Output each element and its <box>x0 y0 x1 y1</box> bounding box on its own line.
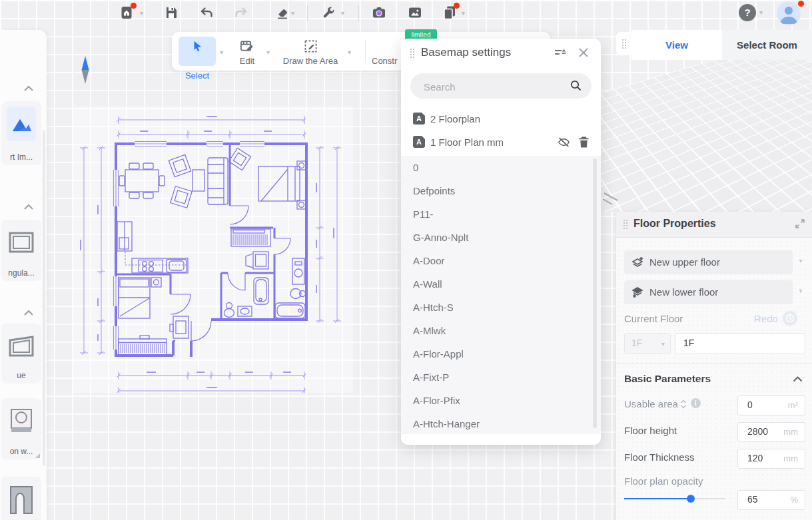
draw-area-tool-label[interactable]: Draw the Area <box>277 56 344 66</box>
compass-north-indicator[interactable] <box>80 55 91 87</box>
layer-item[interactable]: A-Flor-Appl <box>401 342 601 366</box>
collapse-chevron-icon[interactable] <box>793 376 803 382</box>
usable-area-unit: m² <box>788 400 798 410</box>
notification-dot <box>454 3 460 9</box>
upper-floor-caret[interactable]: ▾ <box>795 257 807 264</box>
layer-item[interactable]: A-Wall <box>401 272 601 296</box>
undo-button[interactable] <box>199 5 214 20</box>
layer-item[interactable]: A-Mlwk <box>401 319 601 342</box>
redo-button[interactable] <box>234 5 248 20</box>
new-lower-floor-button[interactable]: New lower floor <box>624 280 793 304</box>
close-icon[interactable] <box>578 47 589 58</box>
tab-view[interactable]: View <box>631 30 722 60</box>
cad-file-icon: A <box>413 136 425 148</box>
current-floor-label: Current Floor <box>624 313 683 324</box>
avatar[interactable] <box>777 1 801 25</box>
history-button[interactable] <box>783 311 797 326</box>
save-button[interactable] <box>164 5 179 20</box>
select-caret[interactable]: ▾ <box>220 49 223 56</box>
toolbar-divider <box>358 5 359 21</box>
sort-layers-icon[interactable] <box>554 48 566 59</box>
floor-select-dropdown[interactable]: 1F ▾ <box>624 333 671 354</box>
eraser-button[interactable] <box>275 5 290 20</box>
sidebar-item-arch-opening[interactable] <box>1 477 41 520</box>
new-upper-floor-button[interactable]: New upper floor <box>624 250 793 274</box>
basemap-file-row[interactable]: A 1 Floor Plan mm <box>401 131 601 154</box>
home-caret[interactable]: ▾ <box>140 10 143 17</box>
floor-plan[interactable] <box>73 107 353 393</box>
opacity-input[interactable]: 65 % <box>737 490 805 510</box>
basemap-settings-panel: Basemap settings A 2 Floorplan A 1 Floor… <box>401 39 601 445</box>
submenu-corner-indicator <box>35 453 40 458</box>
select-tool-button[interactable]: Select <box>179 37 216 66</box>
tools-button[interactable] <box>321 5 336 20</box>
tab-select-room[interactable]: Select Room <box>722 30 812 60</box>
floor-name-input[interactable]: 1F <box>675 333 805 354</box>
new-lower-floor-label: New lower floor <box>649 286 718 298</box>
sidebar-item-oblique[interactable]: ue <box>1 324 41 384</box>
viewport-3d-preview[interactable] <box>601 59 812 212</box>
floor-height-input[interactable]: 2800 mm <box>737 422 805 442</box>
sidebar-scrollbar[interactable] <box>43 130 45 466</box>
expand-icon[interactable] <box>795 218 805 229</box>
collapse-chevron-icon[interactable] <box>24 82 33 94</box>
floor-properties-header[interactable]: Floor Properties <box>616 212 812 238</box>
layer-item[interactable]: G-Anno-Nplt <box>401 226 601 249</box>
opacity-value: 65 <box>747 494 758 505</box>
draw-area-caret[interactable]: ▾ <box>348 49 351 56</box>
new-upper-floor-label: New upper floor <box>649 256 720 268</box>
layer-list-scrollbar[interactable] <box>593 158 597 428</box>
render-camera-button[interactable] <box>372 5 386 20</box>
left-sidebar: rt Im... ngula... ue on w... <box>0 30 47 520</box>
search-input[interactable] <box>422 73 565 100</box>
usable-area-value: 0 <box>747 399 753 410</box>
pages-caret[interactable]: ▾ <box>462 10 465 17</box>
layer-item[interactable]: A-Fixt-P <box>401 366 601 389</box>
sidebar-item-on-wall[interactable]: on w... <box>1 398 41 459</box>
help-button[interactable]: ? <box>739 4 756 21</box>
drag-dots-icon <box>621 39 627 49</box>
layer-item[interactable]: A-Flor-Pfix <box>401 389 601 412</box>
help-caret[interactable]: ▾ <box>759 9 763 16</box>
app-root: { "colors":{"accent":"#2878ff","plan_str… <box>0 0 812 520</box>
right-panel-drag-handle[interactable] <box>616 32 631 55</box>
delete-trash-icon[interactable] <box>578 136 590 148</box>
gallery-button[interactable] <box>408 5 422 20</box>
layer-item[interactable]: Defpoints <box>401 179 601 202</box>
basemap-file-row[interactable]: A 2 Floorplan <box>401 108 601 130</box>
layer-item[interactable]: A-Htch-Hanger <box>401 412 601 434</box>
tools-caret[interactable]: ▾ <box>341 10 344 17</box>
layer-item[interactable]: P11- <box>401 202 601 226</box>
floor-thickness-input[interactable]: 120 mm <box>737 449 805 469</box>
pages-button[interactable] <box>442 5 458 21</box>
floor-select-caret: ▾ <box>661 341 665 348</box>
edit-tool-label[interactable]: Edit <box>234 56 260 66</box>
search-box[interactable] <box>410 73 592 99</box>
sort-updown-icon[interactable] <box>680 399 687 409</box>
home-button[interactable] <box>119 5 134 20</box>
layer-item[interactable]: 0 <box>401 156 601 179</box>
edit-tool-icon[interactable] <box>238 38 254 54</box>
sidebar-item-label: ue <box>1 371 41 380</box>
section-divider <box>616 364 812 364</box>
lower-floor-caret[interactable]: ▾ <box>795 287 807 294</box>
hide-eye-off-icon[interactable] <box>558 136 570 148</box>
opacity-slider[interactable] <box>624 498 725 499</box>
collapse-chevron-icon[interactable] <box>24 200 33 212</box>
eraser-caret[interactable]: ▾ <box>291 10 294 17</box>
usable-area-input[interactable]: 0 m² <box>737 395 805 415</box>
layer-item[interactable]: A-Door <box>401 249 601 272</box>
opacity-slider-thumb[interactable] <box>687 495 695 503</box>
layer-item[interactable]: A-Htch-S <box>401 296 601 319</box>
sidebar-item-import-image[interactable]: rt Im... <box>1 101 41 165</box>
floor-thickness-label: Floor Thickness <box>624 451 695 463</box>
drag-dots-icon[interactable] <box>410 48 415 58</box>
info-icon[interactable]: i <box>691 398 701 408</box>
redo-link[interactable]: Redo <box>754 313 778 324</box>
sidebar-item-label: ngula... <box>1 268 41 278</box>
edit-caret[interactable]: ▾ <box>266 49 270 56</box>
floor-properties-panel: Floor Properties New upper floor ▾ New l… <box>616 212 812 520</box>
collapse-chevron-icon[interactable] <box>24 306 33 318</box>
draw-area-tool-icon[interactable] <box>302 38 318 54</box>
sidebar-item-rectangular[interactable]: ngula... <box>1 220 41 281</box>
